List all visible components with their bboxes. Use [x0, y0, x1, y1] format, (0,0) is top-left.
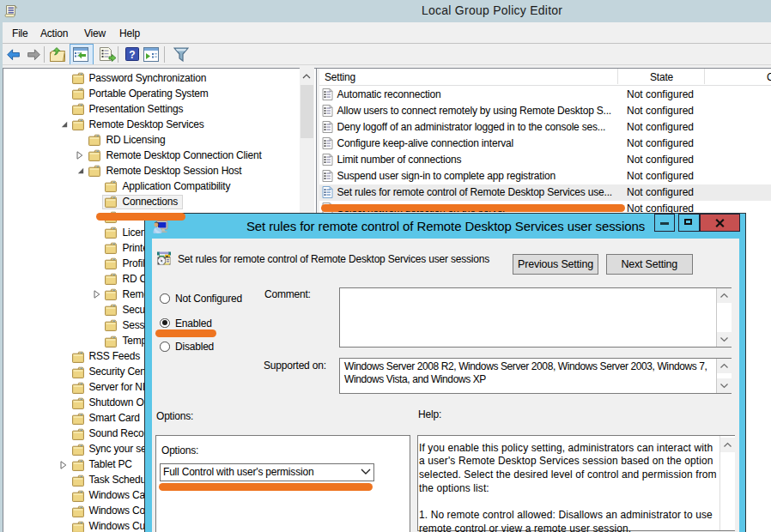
svg-text:?: ?	[129, 49, 135, 61]
